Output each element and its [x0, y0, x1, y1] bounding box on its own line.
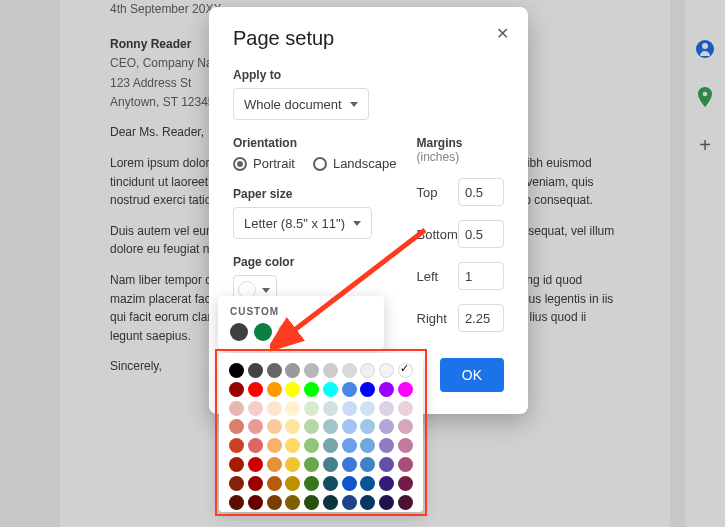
- palette-swatch[interactable]: [342, 495, 357, 510]
- palette-swatch[interactable]: [229, 363, 244, 378]
- palette-swatch[interactable]: [248, 382, 263, 397]
- close-icon[interactable]: ✕: [490, 21, 514, 45]
- palette-swatch[interactable]: [323, 401, 338, 416]
- palette-swatch[interactable]: [285, 476, 300, 491]
- palette-swatch[interactable]: [323, 438, 338, 453]
- palette-swatch[interactable]: [285, 438, 300, 453]
- palette-swatch[interactable]: [248, 419, 263, 434]
- custom-color-swatch[interactable]: [254, 323, 272, 341]
- palette-swatch[interactable]: [248, 457, 263, 472]
- palette-swatch[interactable]: [398, 363, 413, 378]
- palette-swatch[interactable]: [360, 382, 375, 397]
- palette-swatch[interactable]: [360, 476, 375, 491]
- palette-swatch[interactable]: [248, 476, 263, 491]
- margin-right-input[interactable]: [458, 304, 504, 332]
- palette-swatch[interactable]: [398, 401, 413, 416]
- palette-swatch[interactable]: [379, 382, 394, 397]
- palette-swatch[interactable]: [379, 495, 394, 510]
- palette-swatch[interactable]: [267, 495, 282, 510]
- margin-bottom-input[interactable]: [458, 220, 504, 248]
- custom-color-swatch[interactable]: [230, 323, 248, 341]
- apply-to-select[interactable]: Whole document: [233, 88, 369, 120]
- radio-dot-icon: [233, 157, 247, 171]
- palette-swatch[interactable]: [360, 495, 375, 510]
- palette-swatch[interactable]: [323, 382, 338, 397]
- palette-swatch[interactable]: [379, 363, 394, 378]
- palette-swatch[interactable]: [304, 495, 319, 510]
- palette-swatch[interactable]: [342, 419, 357, 434]
- palette-swatch[interactable]: [267, 438, 282, 453]
- palette-swatch[interactable]: [304, 419, 319, 434]
- palette-swatch[interactable]: [229, 495, 244, 510]
- palette-swatch[interactable]: [379, 457, 394, 472]
- palette-swatch[interactable]: [398, 495, 413, 510]
- palette-swatch[interactable]: [342, 382, 357, 397]
- palette-swatch[interactable]: [229, 476, 244, 491]
- palette-swatch[interactable]: [379, 438, 394, 453]
- palette-swatch[interactable]: [342, 476, 357, 491]
- palette-swatch[interactable]: [304, 476, 319, 491]
- palette-swatch[interactable]: [285, 382, 300, 397]
- palette-swatch[interactable]: [323, 495, 338, 510]
- palette-swatch[interactable]: [267, 382, 282, 397]
- palette-swatch[interactable]: [248, 401, 263, 416]
- orientation-portrait-radio[interactable]: Portrait: [233, 156, 295, 171]
- palette-swatch[interactable]: [229, 401, 244, 416]
- palette-swatch[interactable]: [285, 495, 300, 510]
- palette-swatch[interactable]: [267, 401, 282, 416]
- palette-swatch[interactable]: [360, 419, 375, 434]
- palette-swatch[interactable]: [229, 457, 244, 472]
- palette-swatch[interactable]: [304, 382, 319, 397]
- palette-swatch[interactable]: [398, 382, 413, 397]
- palette-swatch[interactable]: [379, 476, 394, 491]
- palette-swatch[interactable]: [323, 363, 338, 378]
- palette-swatch[interactable]: [248, 438, 263, 453]
- orientation-landscape-radio[interactable]: Landscape: [313, 156, 397, 171]
- app-stage: 4th September 20XX Ronny Reader CEO, Com…: [0, 0, 725, 527]
- palette-swatch[interactable]: [360, 401, 375, 416]
- palette-swatch[interactable]: [248, 363, 263, 378]
- margin-left-input[interactable]: [458, 262, 504, 290]
- palette-swatch[interactable]: [323, 476, 338, 491]
- paper-size-select[interactable]: Letter (8.5" x 11"): [233, 207, 372, 239]
- dialog-title: Page setup: [233, 27, 504, 50]
- palette-swatch[interactable]: [304, 401, 319, 416]
- palette-swatch[interactable]: [267, 476, 282, 491]
- palette-swatch[interactable]: [398, 419, 413, 434]
- palette-swatch[interactable]: [379, 401, 394, 416]
- palette-swatch[interactable]: [398, 438, 413, 453]
- margin-top-label: Top: [417, 185, 438, 200]
- margin-top-input[interactable]: [458, 178, 504, 206]
- palette-swatch[interactable]: [342, 363, 357, 378]
- palette-swatch[interactable]: [304, 438, 319, 453]
- margin-left-label: Left: [417, 269, 439, 284]
- palette-swatch[interactable]: [342, 457, 357, 472]
- margin-bottom-label: Bottom: [417, 227, 458, 242]
- add-custom-color-button[interactable]: +: [278, 323, 296, 341]
- palette-swatch[interactable]: [267, 419, 282, 434]
- palette-swatch[interactable]: [229, 419, 244, 434]
- palette-swatch[interactable]: [285, 401, 300, 416]
- page-color-label: Page color: [233, 255, 397, 269]
- palette-swatch[interactable]: [229, 438, 244, 453]
- palette-swatch[interactable]: [285, 457, 300, 472]
- palette-swatch[interactable]: [285, 419, 300, 434]
- palette-swatch[interactable]: [304, 457, 319, 472]
- palette-swatch[interactable]: [360, 363, 375, 378]
- palette-swatch[interactable]: [304, 363, 319, 378]
- palette-swatch[interactable]: [229, 382, 244, 397]
- palette-swatch[interactable]: [342, 438, 357, 453]
- palette-swatch[interactable]: [267, 457, 282, 472]
- palette-swatch[interactable]: [360, 438, 375, 453]
- palette-swatch[interactable]: [360, 457, 375, 472]
- palette-swatch[interactable]: [379, 419, 394, 434]
- palette-swatch[interactable]: [285, 363, 300, 378]
- palette-swatch[interactable]: [267, 363, 282, 378]
- palette-swatch[interactable]: [323, 457, 338, 472]
- palette-swatch[interactable]: [398, 457, 413, 472]
- palette-swatch[interactable]: [342, 401, 357, 416]
- palette-swatch[interactable]: [398, 476, 413, 491]
- palette-swatch[interactable]: [248, 495, 263, 510]
- palette-swatch[interactable]: [323, 419, 338, 434]
- ok-button[interactable]: OK: [440, 358, 504, 392]
